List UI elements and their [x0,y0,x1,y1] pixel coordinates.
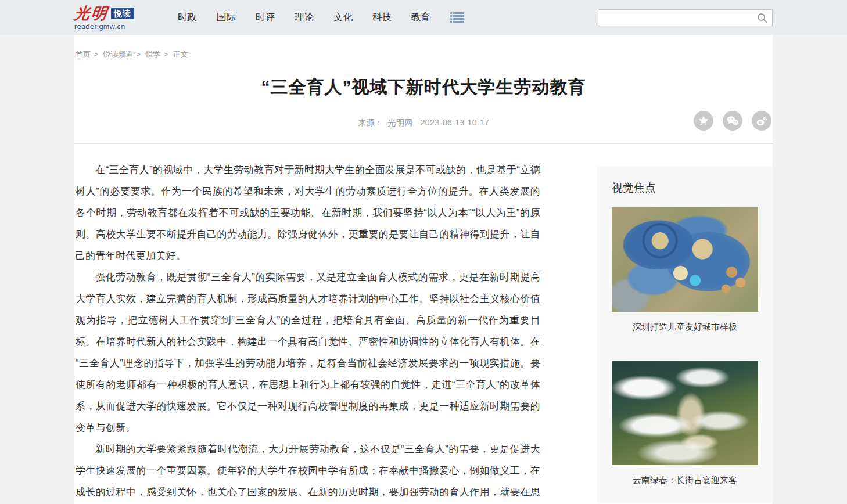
breadcrumb-section[interactable]: 悦学 [145,50,160,59]
qzone-share-icon[interactable] [694,111,713,131]
wechat-share-icon[interactable] [723,111,742,131]
page-content: 首页> 悦读频道> 悦学> 正文 “三全育人”视域下新时代大学生劳动教育 来源：… [74,35,773,504]
sidebar-story-shenzhen[interactable]: 深圳打造儿童友好城市样板 [612,207,758,333]
logo-badge-text: 悦读 [111,8,134,19]
nav-item-guoji[interactable]: 国际 [217,11,236,24]
article-body: 在“三全育人”的视域中，大学生劳动教育对于新时期大学生的全面发展是不可或缺的，也… [74,159,540,504]
menu-list-icon[interactable] [450,11,465,24]
breadcrumb: 首页> 悦读频道> 悦学> 正文 [74,35,773,60]
breadcrumb-channel[interactable]: 悦读频道 [103,50,133,59]
logo-brand-text: 光明 [73,5,109,21]
main-nav: 时政 国际 时评 理论 文化 科技 教育 [168,11,465,24]
sidebar-caption[interactable]: 深圳打造儿童友好城市样板 [612,322,758,333]
visual-focus-sidebar: 视觉焦点 深圳打造儿童友好城市样板 云南绿春：长街古宴迎来客 [597,167,773,503]
top-navigation-bar: 光明 悦读 reader.gmw.cn 时政 国际 时评 理论 文化 科技 教育 [0,0,847,35]
search-input[interactable] [598,9,773,26]
nav-item-keji[interactable]: 科技 [372,11,392,24]
breadcrumb-current: 正文 [173,50,188,59]
article-paragraph: 新时期的大学要紧紧跟随着时代潮流，大力开展劳动教育，这不仅是“三全育人”的需要，… [76,438,540,504]
nav-item-lilun[interactable]: 理论 [295,11,314,24]
article-paragraph: 在“三全育人”的视域中，大学生劳动教育对于新时期大学生的全面发展是不可或缺的，也… [76,159,540,267]
article-meta: 来源：光明网 2023-06-13 10:17 [74,113,773,128]
sidebar-caption[interactable]: 云南绿春：长街古宴迎来客 [612,475,758,486]
source-name: 光明网 [388,118,414,127]
search-icon [756,12,768,24]
site-logo[interactable]: 光明 悦读 reader.gmw.cn [74,5,134,31]
share-buttons [694,111,771,131]
breadcrumb-separator: > [163,50,168,59]
playground-aerial-image[interactable] [612,207,758,312]
breadcrumb-separator: > [94,50,98,59]
logo-domain-text: reader.gmw.cn [74,23,134,31]
mountain-village-aerial-image[interactable] [612,361,758,465]
article-paragraph: 强化劳动教育，既是贯彻“三全育人”的实际需要，又是建立全面育人模式的需求，更是在… [76,267,540,438]
search-box [598,9,773,26]
nav-item-wenhua[interactable]: 文化 [333,11,353,24]
breadcrumb-separator: > [136,50,141,59]
nav-item-shiping[interactable]: 时评 [256,11,275,24]
source-label: 来源： [358,118,383,127]
sidebar-story-yunnan[interactable]: 云南绿春：长街古宴迎来客 [612,361,758,486]
sidebar-title: 视觉焦点 [612,181,758,196]
article-title: “三全育人”视域下新时代大学生劳动教育 [74,75,773,99]
weibo-share-icon[interactable] [752,111,771,131]
breadcrumb-home[interactable]: 首页 [76,50,91,59]
article-meta-row: 来源：光明网 2023-06-13 10:17 [74,113,773,138]
search-button[interactable] [755,11,769,25]
nav-item-jiaoyu[interactable]: 教育 [411,11,430,24]
publish-datetime: 2023-06-13 10:17 [420,118,489,127]
nav-item-shizheng[interactable]: 时政 [178,11,197,24]
